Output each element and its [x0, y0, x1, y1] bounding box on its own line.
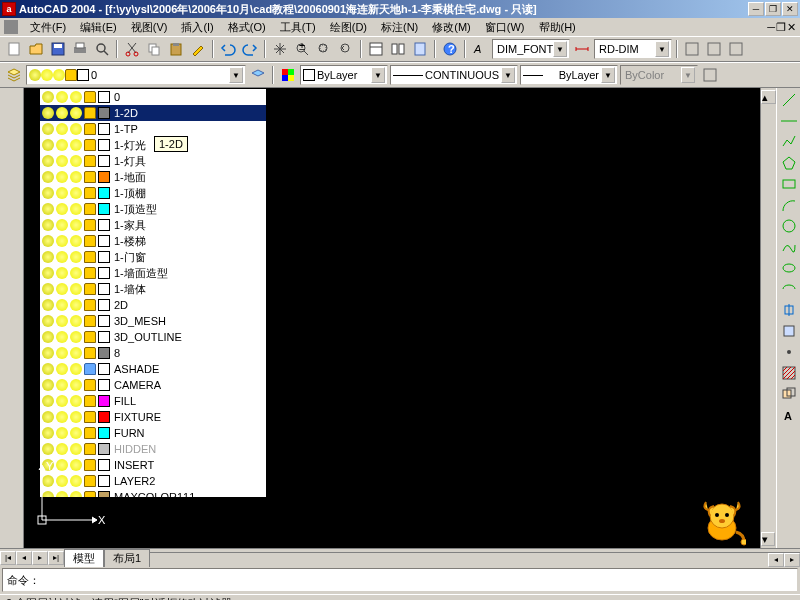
layer-row[interactable]: INSERT: [40, 457, 266, 473]
layer-row[interactable]: 1-楼梯: [40, 233, 266, 249]
mdi-restore-button[interactable]: ❐: [776, 21, 786, 34]
cut-button[interactable]: [122, 39, 142, 59]
menu-insert[interactable]: 插入(I): [175, 18, 219, 37]
layer-row[interactable]: MAXCOLOR111: [40, 489, 266, 498]
command-line[interactable]: 命令：: [2, 568, 798, 592]
color-combo[interactable]: ByLayer▼: [300, 65, 388, 85]
match-button[interactable]: [188, 39, 208, 59]
line-tool[interactable]: [779, 90, 799, 110]
zoom-rt-button[interactable]: ±: [292, 39, 312, 59]
minimize-button[interactable]: ─: [748, 2, 764, 16]
menu-file[interactable]: 文件(F): [24, 18, 72, 37]
vertical-scrollbar[interactable]: ▴ ▾: [760, 88, 776, 548]
preview-button[interactable]: [92, 39, 112, 59]
chevron-down-icon[interactable]: ▼: [601, 67, 615, 83]
tool-pal-button[interactable]: [410, 39, 430, 59]
layer-mgr-button[interactable]: [4, 65, 24, 85]
layer-row[interactable]: 8: [40, 345, 266, 361]
poly-tool[interactable]: [779, 153, 799, 173]
layer-row[interactable]: 2D: [40, 297, 266, 313]
hatch-tool[interactable]: [779, 363, 799, 383]
layer-row[interactable]: 1-TP: [40, 121, 266, 137]
dim-name-combo[interactable]: RD-DIM▼: [594, 39, 672, 59]
chevron-down-icon[interactable]: ▼: [553, 41, 567, 57]
layer-row[interactable]: 3D_MESH: [40, 313, 266, 329]
layer-row[interactable]: FILL: [40, 393, 266, 409]
hscroll-left[interactable]: ◂: [768, 553, 784, 567]
layer-row[interactable]: 0: [40, 89, 266, 105]
layer-row[interactable]: 1-顶造型: [40, 201, 266, 217]
redo-button[interactable]: [240, 39, 260, 59]
pline-tool[interactable]: [779, 132, 799, 152]
lion-mascot[interactable]: [698, 498, 746, 546]
ellarc-tool[interactable]: [779, 279, 799, 299]
layer-row[interactable]: FURN: [40, 425, 266, 441]
dim-style-combo[interactable]: DIM_FONT▼: [492, 39, 570, 59]
menu-edit[interactable]: 编辑(E): [74, 18, 123, 37]
layer-dropdown-list[interactable]: 01-2D1-TP1-灯光1-灯具1-地面1-顶棚1-顶造型1-家具1-楼梯1-…: [39, 88, 267, 498]
rect-tool[interactable]: [779, 174, 799, 194]
menu-draw[interactable]: 绘图(D): [324, 18, 373, 37]
layer-row[interactable]: 1-墙体: [40, 281, 266, 297]
menu-format[interactable]: 格式(O): [222, 18, 272, 37]
dim-icon[interactable]: [572, 39, 592, 59]
layer-row[interactable]: LAYER2: [40, 473, 266, 489]
tab-model[interactable]: 模型: [64, 549, 104, 567]
layer-row[interactable]: 3D_OUTLINE: [40, 329, 266, 345]
zoom-win-button[interactable]: [314, 39, 334, 59]
layer-row[interactable]: ASHADE: [40, 361, 266, 377]
help-button[interactable]: ?: [440, 39, 460, 59]
tab-next-button[interactable]: ▸: [32, 551, 48, 565]
color-button[interactable]: [278, 65, 298, 85]
chevron-down-icon[interactable]: ▼: [229, 67, 243, 83]
layer-prev-button[interactable]: [248, 65, 268, 85]
tb-extra2[interactable]: [704, 39, 724, 59]
tab-last-button[interactable]: ▸|: [48, 551, 64, 565]
layer-row[interactable]: 1-地面: [40, 169, 266, 185]
copy-button[interactable]: [144, 39, 164, 59]
pan-button[interactable]: [270, 39, 290, 59]
layer-combo[interactable]: 0 ▼: [26, 65, 246, 85]
tab-first-button[interactable]: |◂: [0, 551, 16, 565]
close-button[interactable]: ✕: [782, 2, 798, 16]
new-button[interactable]: [4, 39, 24, 59]
prop-button[interactable]: [366, 39, 386, 59]
zoom-prev-button[interactable]: [336, 39, 356, 59]
menu-window[interactable]: 窗口(W): [479, 18, 531, 37]
tb-extra3[interactable]: [726, 39, 746, 59]
tab-prev-button[interactable]: ◂: [16, 551, 32, 565]
scroll-down-button[interactable]: ▾: [761, 532, 775, 546]
region-tool[interactable]: [779, 384, 799, 404]
layer-row[interactable]: 1-2D: [40, 105, 266, 121]
maximize-button[interactable]: ❐: [765, 2, 781, 16]
point-tool[interactable]: [779, 342, 799, 362]
chevron-down-icon[interactable]: ▼: [501, 67, 515, 83]
layer-row[interactable]: HIDDEN: [40, 441, 266, 457]
block-tool[interactable]: [779, 321, 799, 341]
arc-tool[interactable]: [779, 195, 799, 215]
layer-row[interactable]: 1-家具: [40, 217, 266, 233]
dc-button[interactable]: [388, 39, 408, 59]
layer-row[interactable]: 1-顶棚: [40, 185, 266, 201]
scroll-up-button[interactable]: ▴: [761, 90, 776, 104]
linetype-combo[interactable]: CONTINUOUS▼: [390, 65, 518, 85]
mdi-close-button[interactable]: ✕: [787, 21, 796, 34]
dim-style-icon[interactable]: A: [470, 39, 490, 59]
spline-tool[interactable]: [779, 237, 799, 257]
save-button[interactable]: [48, 39, 68, 59]
ellipse-tool[interactable]: [779, 258, 799, 278]
drawing-canvas[interactable]: 01-2D1-TP1-灯光1-灯具1-地面1-顶棚1-顶造型1-家具1-楼梯1-…: [24, 88, 776, 548]
text-tool[interactable]: A: [779, 405, 799, 425]
layer-row[interactable]: 1-灯光: [40, 137, 266, 153]
tb-extra1[interactable]: [682, 39, 702, 59]
menu-dim[interactable]: 标注(N): [375, 18, 424, 37]
layer-row[interactable]: FIXTURE: [40, 409, 266, 425]
layer-row[interactable]: CAMERA: [40, 377, 266, 393]
chevron-down-icon[interactable]: ▼: [655, 41, 669, 57]
layer-row[interactable]: 1-墙面造型: [40, 265, 266, 281]
menu-view[interactable]: 视图(V): [125, 18, 174, 37]
insert-tool[interactable]: [779, 300, 799, 320]
undo-button[interactable]: [218, 39, 238, 59]
layer-row[interactable]: 1-灯具: [40, 153, 266, 169]
hscroll-right[interactable]: ▸: [784, 553, 800, 567]
